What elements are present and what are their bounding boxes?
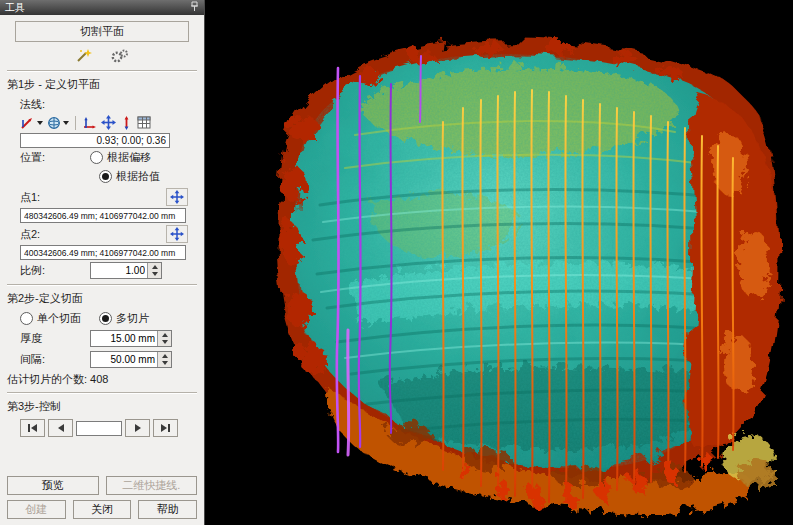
gears-icon[interactable]: [109, 47, 131, 64]
normal-toolbar: [7, 114, 197, 133]
chevron-down-icon: [37, 121, 43, 125]
slice-estimate-row: 估计切片的个数: 408: [7, 372, 197, 387]
panel-body: 切割平面 第1步 - 定义切平面: [0, 15, 204, 525]
thickness-label: 厚度: [20, 331, 86, 346]
radio-multi-slice-label: 多切片: [116, 311, 149, 326]
radio-by-value-label: 根据拾值: [116, 169, 160, 184]
normal-value-input[interactable]: [20, 133, 170, 148]
last-slice-button[interactable]: [153, 419, 178, 437]
point1-input[interactable]: [20, 208, 186, 223]
polyline-2d-button[interactable]: 二维快捷线.: [106, 476, 198, 495]
normal-label: 法线:: [20, 97, 45, 112]
point2-input[interactable]: [20, 245, 186, 260]
radio-single-section[interactable]: [20, 312, 33, 325]
position-row-2: 根据拾值: [99, 169, 197, 184]
interval-label: 间隔:: [20, 352, 86, 367]
scale-label: 比例:: [20, 263, 86, 278]
cross-arrows-icon[interactable]: [101, 115, 116, 130]
thickness-input[interactable]: [91, 331, 157, 346]
normal-label-row: 法线:: [20, 97, 197, 112]
multi-axis-icon[interactable]: [82, 116, 97, 130]
spin-down-button[interactable]: [158, 339, 171, 347]
scale-spinner: [90, 262, 162, 279]
slice-index-input[interactable]: [76, 421, 122, 436]
radio-by-offset[interactable]: [90, 151, 103, 164]
slice-navigator: [20, 419, 197, 437]
thickness-row: 厚度: [20, 330, 197, 347]
first-slice-button[interactable]: [20, 419, 45, 437]
preview-button[interactable]: 预览: [7, 476, 99, 495]
wand-icon[interactable]: [73, 47, 95, 64]
scale-row: 比例:: [20, 262, 197, 279]
interval-spinner: [90, 351, 172, 368]
radio-by-offset-label: 根据偏移: [107, 150, 151, 165]
point1-label: 点1:: [20, 190, 40, 205]
help-button[interactable]: 帮助: [138, 500, 197, 519]
point1-row: 点1:: [20, 188, 188, 206]
chevron-down-icon: [63, 121, 69, 125]
spin-down-button[interactable]: [158, 360, 171, 368]
pin-icon[interactable]: [190, 1, 199, 14]
dialog-buttons: 创建 关闭 帮助: [7, 500, 197, 519]
cut-plane-header-button[interactable]: 切割平面: [15, 21, 189, 42]
pick-point1-button[interactable]: [166, 188, 188, 206]
panel-titlebar: 工具: [0, 0, 204, 15]
create-button[interactable]: 创建: [7, 500, 66, 519]
tool-panel: 工具 切割平面: [0, 0, 205, 525]
globe-dropdown-icon[interactable]: [47, 116, 69, 130]
viewport-3d[interactable]: [205, 0, 793, 525]
spin-up-button[interactable]: [158, 331, 171, 339]
slice-estimate: 估计切片的个数: 408: [7, 372, 108, 387]
panel-toolbar: [7, 46, 197, 67]
interval-row: 间隔:: [20, 351, 197, 368]
step2-label: 第2步-定义切面: [7, 291, 197, 306]
app-window: 工具 切割平面: [0, 0, 793, 525]
close-button[interactable]: 关闭: [73, 500, 132, 519]
pick-point2-button[interactable]: [166, 225, 188, 243]
prev-slice-button[interactable]: [48, 419, 73, 437]
step3-label: 第3步-控制: [7, 399, 197, 414]
grid-icon[interactable]: [137, 116, 151, 129]
position-label: 位置:: [20, 150, 86, 165]
divider: [7, 70, 197, 72]
radio-single-section-label: 单个切面: [37, 311, 81, 326]
divider: [7, 284, 197, 286]
radio-by-value[interactable]: [99, 170, 112, 183]
vertical-axis-icon[interactable]: [120, 116, 133, 130]
panel-title: 工具: [5, 1, 25, 15]
thickness-spinner: [90, 330, 172, 347]
scale-input[interactable]: [91, 263, 147, 278]
spin-down-button[interactable]: [148, 271, 161, 279]
position-row: 位置: 根据偏移: [20, 150, 197, 165]
interval-input[interactable]: [91, 352, 157, 367]
axis-dropdown-icon[interactable]: [20, 116, 43, 130]
toolbar-separator: [75, 116, 76, 130]
point2-row: 点2:: [20, 225, 188, 243]
preview-row: 预览 二维快捷线.: [7, 476, 197, 495]
next-slice-button[interactable]: [125, 419, 150, 437]
radio-multi-slice[interactable]: [99, 312, 112, 325]
step1-label: 第1步 - 定义切平面: [7, 77, 197, 92]
pointcloud-render: [205, 0, 793, 525]
divider: [7, 392, 197, 394]
spin-up-button[interactable]: [148, 263, 161, 271]
point2-label: 点2:: [20, 227, 40, 242]
slice-mode-row: 单个切面 多切片: [20, 311, 197, 326]
spin-up-button[interactable]: [158, 352, 171, 360]
